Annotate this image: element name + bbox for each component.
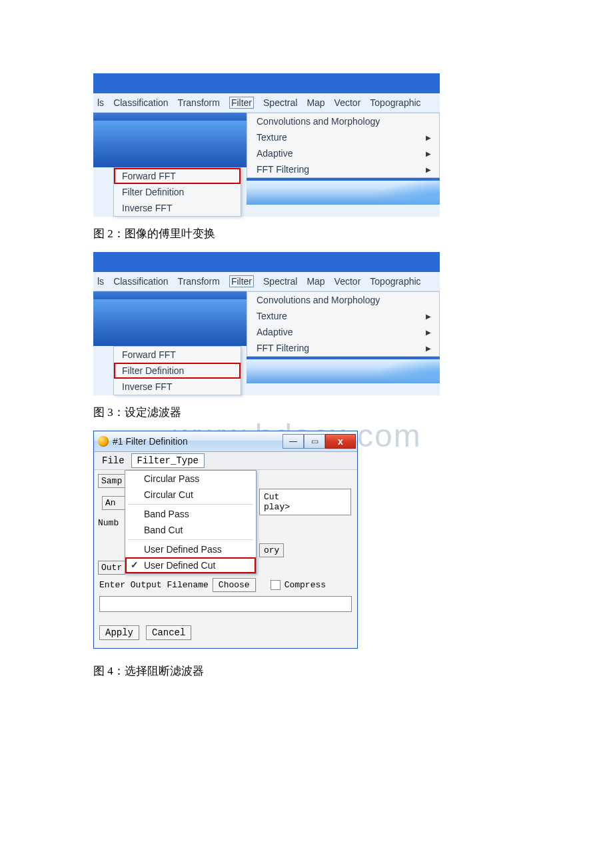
menu-filter-type[interactable]: Filter_Type xyxy=(131,453,205,468)
figure-2-caption: 图 2：图像的傅里叶变换 xyxy=(93,226,520,241)
filter-definition-dialog: #1 Filter Definition — ▭ x File Filter_T… xyxy=(93,431,358,649)
chevron-right-icon: ▶ xyxy=(426,345,431,352)
background-area xyxy=(93,299,247,346)
enter-output-filename-label: Enter Output Filename xyxy=(99,580,209,590)
truncated-label-outr: Outr xyxy=(98,561,125,575)
menu-filter[interactable]: Filter xyxy=(229,275,254,287)
obscured-button-ory[interactable]: ory xyxy=(259,543,284,557)
menu-spectral[interactable]: Spectral xyxy=(263,276,297,287)
dd-adaptive[interactable]: Adaptive ▶ xyxy=(247,145,439,161)
menu-topographic[interactable]: Topographic xyxy=(370,276,420,287)
filter-type-dropdown: Circular Pass Circular Cut Band Pass Ban… xyxy=(125,470,257,574)
submenu-inverse-fft[interactable]: Inverse FFT xyxy=(114,200,241,216)
dialog-titlebar[interactable]: #1 Filter Definition — ▭ x xyxy=(94,431,357,452)
ft-user-defined-pass[interactable]: User Defined Pass xyxy=(125,541,256,557)
submenu-forward-fft[interactable]: Forward FFT xyxy=(114,168,241,184)
menu-spectral[interactable]: Spectral xyxy=(263,97,297,108)
menu-filter[interactable]: Filter xyxy=(229,97,254,109)
ft-user-defined-cut[interactable]: User Defined Cut xyxy=(125,557,256,573)
app-icon xyxy=(98,436,109,447)
dd-fft-filtering[interactable]: FFT Filtering ▶ xyxy=(247,340,439,356)
dialog-menubar: File Filter_Type xyxy=(94,452,357,470)
chevron-right-icon: ▶ xyxy=(426,166,431,173)
output-filename-input[interactable] xyxy=(99,596,352,612)
close-button[interactable]: x xyxy=(325,434,356,449)
choose-button[interactable]: Choose xyxy=(213,578,256,592)
dd-label: Texture xyxy=(257,132,287,143)
menu-separator xyxy=(128,504,253,505)
menubar: ls Classification Transform Filter Spect… xyxy=(93,93,440,112)
background-area xyxy=(247,178,440,205)
menubar-fragment: ls xyxy=(97,276,104,287)
fft-submenu: Forward FFT Filter Definition Inverse FF… xyxy=(113,167,241,217)
truncated-button-an[interactable]: An xyxy=(102,496,125,510)
background-area xyxy=(93,121,247,167)
filter-dropdown: Convolutions and Morphology Texture ▶ Ad… xyxy=(247,113,440,178)
dd-label: FFT Filtering xyxy=(257,343,309,353)
dialog-title: #1 Filter Definition xyxy=(113,436,279,447)
cancel-button[interactable]: Cancel xyxy=(146,625,191,640)
dd-convolutions[interactable]: Convolutions and Morphology xyxy=(247,113,439,129)
dd-label: Adaptive xyxy=(257,327,293,337)
dd-label: Convolutions and Morphology xyxy=(257,295,380,305)
truncated-label-numb: Numb xyxy=(98,518,125,528)
figure-3-screenshot: ls Classification Transform Filter Spect… xyxy=(93,252,440,395)
obscured-text-play: play> xyxy=(264,502,346,512)
menu-map[interactable]: Map xyxy=(306,97,324,108)
menubar: ls Classification Transform Filter Spect… xyxy=(93,272,440,291)
menu-separator xyxy=(128,539,253,540)
toolbar-strip xyxy=(93,291,247,299)
dd-fft-filtering[interactable]: FFT Filtering ▶ xyxy=(247,161,439,177)
dd-convolutions[interactable]: Convolutions and Morphology xyxy=(247,292,439,308)
truncated-button-samp[interactable]: Samp xyxy=(98,474,125,488)
background-area xyxy=(247,357,440,383)
menu-transform[interactable]: Transform xyxy=(178,276,220,287)
compress-label: Compress xyxy=(285,580,326,590)
apply-button[interactable]: Apply xyxy=(99,625,139,640)
menubar-fragment: ls xyxy=(97,97,104,108)
dd-texture[interactable]: Texture ▶ xyxy=(247,308,439,324)
window-titlebar xyxy=(93,252,440,272)
menu-vector[interactable]: Vector xyxy=(334,97,361,108)
minimize-button[interactable]: — xyxy=(283,434,304,449)
dd-label: Texture xyxy=(257,311,287,321)
ft-band-pass[interactable]: Band Pass xyxy=(125,506,256,522)
fft-submenu: Forward FFT Filter Definition Inverse FF… xyxy=(113,346,241,395)
dd-label: Adaptive xyxy=(257,148,293,159)
toolbar-strip xyxy=(93,113,247,121)
menu-map[interactable]: Map xyxy=(306,276,324,287)
ft-band-cut[interactable]: Band Cut xyxy=(125,522,256,538)
menu-transform[interactable]: Transform xyxy=(178,97,220,108)
maximize-button[interactable]: ▭ xyxy=(304,434,325,449)
menu-classification[interactable]: Classification xyxy=(113,97,168,108)
chevron-right-icon: ▶ xyxy=(426,313,431,320)
figure-2-screenshot: ls Classification Transform Filter Spect… xyxy=(93,73,440,217)
submenu-inverse-fft[interactable]: Inverse FFT xyxy=(114,379,241,395)
ft-circular-cut[interactable]: Circular Cut xyxy=(125,487,256,503)
chevron-right-icon: ▶ xyxy=(426,150,431,157)
menu-vector[interactable]: Vector xyxy=(334,276,361,287)
chevron-right-icon: ▶ xyxy=(426,329,431,336)
dd-label: Convolutions and Morphology xyxy=(257,116,380,127)
menu-file[interactable]: File xyxy=(97,454,130,467)
dd-label: FFT Filtering xyxy=(257,164,309,175)
submenu-filter-definition[interactable]: Filter Definition xyxy=(114,363,241,379)
menu-classification[interactable]: Classification xyxy=(113,276,168,287)
menu-topographic[interactable]: Topographic xyxy=(370,97,420,108)
compress-checkbox[interactable] xyxy=(271,580,281,590)
window-titlebar xyxy=(93,73,440,93)
chevron-right-icon: ▶ xyxy=(426,134,431,141)
submenu-forward-fft[interactable]: Forward FFT xyxy=(114,347,241,363)
obscured-text-cut: Cut xyxy=(264,492,346,502)
dd-adaptive[interactable]: Adaptive ▶ xyxy=(247,324,439,340)
ft-circular-pass[interactable]: Circular Pass xyxy=(125,471,256,487)
submenu-filter-definition[interactable]: Filter Definition xyxy=(114,184,241,200)
figure-4-caption: 图 4：选择阻断滤波器 xyxy=(93,663,520,679)
obscured-controls: Cut play> ory xyxy=(259,473,351,557)
filter-dropdown: Convolutions and Morphology Texture ▶ Ad… xyxy=(247,291,440,357)
dd-texture[interactable]: Texture ▶ xyxy=(247,129,439,145)
figure-3-caption: 图 3：设定滤波器 xyxy=(93,405,520,420)
